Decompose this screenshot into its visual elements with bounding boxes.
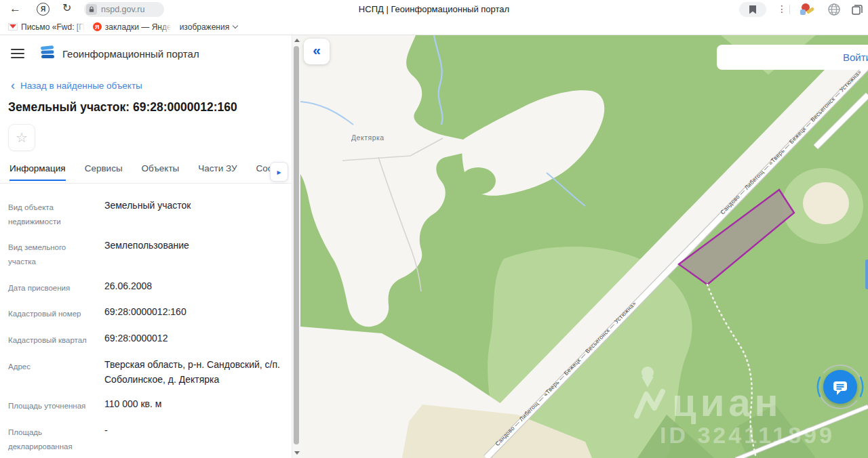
url-text: nspd.gov.ru — [101, 5, 144, 14]
toolbar-divider — [789, 5, 790, 14]
field-row: Вид объекта недвижимости Земельный участ… — [8, 199, 285, 228]
scroll-down-arrow-icon[interactable] — [294, 451, 300, 455]
watermark-id: ID 324111899 — [660, 422, 835, 448]
back-to-results-link[interactable]: ‹ Назад в найденные объекты — [11, 81, 292, 91]
map-canvas[interactable]: Сандово — Либегощ — «Тверь — Бежецк — Ве… — [300, 35, 868, 458]
field-row: Кадастровый номер 69:28:0000012:160 — [8, 305, 285, 321]
reload-icon[interactable]: ↻ — [62, 3, 71, 14]
watermark-brand: циан — [672, 380, 783, 424]
chat-fab-wrap — [816, 362, 865, 411]
yandex-favicon-icon: Я — [93, 22, 102, 31]
village-label: Дектярка — [351, 133, 384, 142]
login-button[interactable]: Войти — [843, 51, 868, 63]
field-row: Дата присвоения 26.06.2008 — [8, 279, 285, 295]
chevron-down-icon — [233, 23, 238, 28]
tab-panels-icon[interactable] — [850, 3, 864, 19]
tab-information[interactable]: Информация — [9, 163, 66, 181]
field-row: Вид земельного участка Землепользование — [8, 238, 285, 268]
collapse-panel-button[interactable]: « — [304, 39, 330, 64]
fields-list: Вид объекта недвижимости Земельный участ… — [0, 184, 292, 458]
bookmark-item-yandex[interactable]: Я закладки — Янде — [93, 22, 172, 32]
chevron-left-icon: ‹ — [11, 81, 15, 90]
bookmark-item-mail[interactable]: Письмо «Fwd: [П — [8, 22, 85, 32]
scroll-up-arrow-icon[interactable] — [294, 39, 300, 42]
panel-header: Геоинформационный портал — [0, 35, 292, 63]
field-row: Кадастровый квартал 69:28:0000012 — [8, 331, 285, 348]
info-panel: Геоинформационный портал ‹ Назад в найде… — [0, 35, 292, 458]
star-icon: ☆ — [16, 129, 28, 146]
chat-button[interactable] — [823, 370, 857, 404]
extension-icon[interactable] — [800, 3, 814, 16]
tab-services[interactable]: Сервисы — [85, 163, 123, 180]
bookmark-folder-images[interactable]: изображения — [180, 22, 238, 32]
favorite-star-button[interactable]: ☆ — [8, 124, 35, 151]
tab-parcel-parts[interactable]: Части ЗУ — [198, 163, 237, 180]
scrollbar-thumb[interactable] — [294, 46, 299, 444]
mail-favicon-icon — [8, 23, 18, 30]
map-svg: Сандово — Либегощ — «Тверь — Бежецк — Ве… — [300, 35, 868, 458]
hamburger-menu-icon[interactable] — [11, 49, 24, 58]
browser-menu-icon[interactable]: ⋮ — [777, 4, 787, 14]
bookmark-flag-icon — [749, 5, 756, 14]
panel-tabs: Информация Сервисы Объекты Части ЗУ Сост… — [0, 163, 292, 184]
login-bar[interactable]: Войти — [717, 45, 868, 70]
panel-scrollbar[interactable] — [292, 35, 300, 458]
browser-toolbar: ← Я ↻ nspd.gov.ru НСПД | Геоинформационн… — [0, 0, 868, 19]
app-title: Геоинформационный портал — [62, 48, 199, 60]
tabs-scroll-right-button[interactable]: ▸ — [270, 162, 288, 182]
browser-back-icon[interactable]: ← — [9, 3, 21, 14]
chat-bubble-icon — [831, 378, 849, 396]
double-chevron-left-icon: « — [313, 42, 321, 58]
nspd-logo-icon — [39, 44, 56, 63]
bookmarks-bar: Письмо «Fwd: [П Я закладки — Янде изобра… — [0, 19, 868, 35]
field-row: Адрес Тверская область, р-н. Сандовский,… — [8, 358, 285, 387]
globe-icon[interactable] — [827, 3, 841, 19]
bookmark-flag-button[interactable] — [739, 2, 766, 17]
tab-objects[interactable]: Объекты — [142, 163, 180, 180]
field-row: Площадь декларированная - — [8, 423, 285, 453]
field-row: Площадь уточненная 110 000 кв. м — [8, 397, 285, 413]
parcel-title: Земельный участок: 69:28:0000012:160 — [8, 100, 292, 114]
map-control-partial[interactable] — [865, 259, 868, 289]
yandex-browser-icon[interactable]: Я — [37, 3, 50, 16]
lock-icon[interactable] — [86, 4, 97, 15]
address-bar[interactable]: nspd.gov.ru — [84, 2, 164, 17]
chevron-right-icon: ▸ — [277, 167, 281, 177]
